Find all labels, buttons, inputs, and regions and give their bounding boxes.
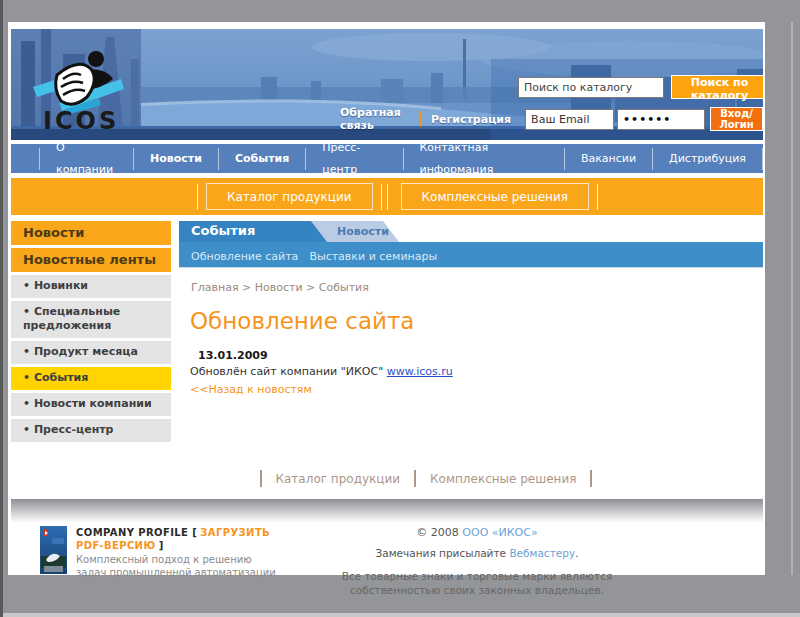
copyright-year: © 2008	[416, 526, 459, 539]
main-navigation: О компании Новости События Пресс-центр К…	[11, 144, 763, 173]
copyright-block: © 2008 ООО «ИКОС» Замечания присылайте В…	[327, 526, 627, 597]
content-area: События Новости Обновление сайта Выставк…	[179, 221, 763, 446]
window-left-edge	[0, 0, 3, 617]
sidebar-item-company-news[interactable]: Новости компании	[11, 393, 171, 416]
footer-links-row: Каталог продукции Комплексные решения	[50, 470, 800, 490]
nav-divider	[762, 148, 763, 170]
company-profile-description: Комплексный подход к решению задач промы…	[76, 553, 281, 579]
subnav-exhibitions-link[interactable]: Выставки и семинары	[309, 250, 437, 263]
window-right-edge	[791, 22, 793, 575]
icos-company-link[interactable]: ООО «ИКОС»	[462, 526, 537, 539]
footer-links-divider	[590, 470, 592, 487]
article-text: Обновлён сайт компании "ИКОС"	[190, 365, 383, 378]
icos-site-link[interactable]: www.icos.ru	[387, 365, 453, 378]
breadcrumb[interactable]: Главная > Новости > События	[191, 281, 763, 294]
subnav-site-update-link[interactable]: Обновление сайта	[191, 250, 298, 263]
catalog-bar-divider	[197, 184, 198, 210]
complex-solutions-button[interactable]: Комплексные решения	[401, 183, 589, 210]
registration-link[interactable]: Регистрация	[431, 113, 511, 126]
nav-item-events[interactable]: События	[218, 148, 305, 170]
sidebar-item-product-of-month[interactable]: Продукт месяца	[11, 341, 171, 364]
catalog-bar-double-divider	[381, 184, 393, 210]
page: ICOS Поиск по каталогу Обратная связь Ре…	[8, 22, 765, 575]
article-title: Обновление сайта	[190, 308, 763, 334]
header-banner: ICOS Поиск по каталогу Обратная связь Ре…	[11, 29, 763, 140]
window-bottom-edge	[3, 613, 800, 617]
company-profile-label: COMPANY PROFILE [	[76, 527, 197, 538]
sidebar: Новости Новостные ленты Новинки Специаль…	[11, 221, 171, 446]
sidebar-item-press-center[interactable]: Пресс-центр	[11, 419, 171, 442]
feedback-link[interactable]: Обратная связь	[340, 106, 410, 132]
catalog-search-input[interactable]	[518, 77, 664, 98]
webmaster-note: Замечания присылайте	[376, 547, 507, 559]
company-profile-block: COMPANY PROFILE [ ЗАГРУЗИТЬ PDF-ВЕРСИЮ ]…	[76, 526, 281, 579]
footer-links-divider	[414, 470, 416, 487]
nav-item-news[interactable]: Новости	[133, 148, 218, 170]
login-button[interactable]: Вход/Логин	[710, 107, 763, 131]
company-profile-thumbnail[interactable]	[40, 526, 67, 574]
footer-gradient-divider	[11, 499, 763, 524]
article-body: Обновлён сайт компании "ИКОС" www.icos.r…	[190, 365, 763, 378]
webmaster-note-period: .	[575, 547, 578, 559]
catalog-search-button[interactable]: Поиск по каталогу	[671, 75, 763, 99]
sub-navigation-bar: Обновление сайта Выставки и семинары	[179, 242, 763, 268]
article-date: 13.01.2009	[198, 349, 763, 362]
catalog-bar: Каталог продукции Комплексные решения	[11, 178, 763, 215]
nav-item-press[interactable]: Пресс-центр	[305, 148, 402, 170]
footer: COMPANY PROFILE [ ЗАГРУЗИТЬ PDF-ВЕРСИЮ ]…	[11, 524, 763, 602]
sidebar-header-news[interactable]: Новости	[11, 221, 171, 245]
footer-catalog-link[interactable]: Каталог продукции	[276, 472, 401, 486]
nav-item-contacts[interactable]: Контактная информация	[403, 148, 564, 170]
nav-item-distribution[interactable]: Дистрибуция	[652, 148, 762, 170]
nav-item-company[interactable]: О компании	[39, 148, 133, 170]
footer-solutions-link[interactable]: Комплексные решения	[430, 472, 576, 486]
nav-item-vacancies[interactable]: Вакансии	[564, 148, 652, 170]
content-tabs: События Новости	[179, 221, 763, 242]
catalog-products-button[interactable]: Каталог продукции	[206, 183, 373, 210]
back-to-news-link[interactable]: <<Назад к новостям	[190, 383, 312, 396]
sidebar-item-special-offers[interactable]: Специальные предложения	[11, 301, 171, 338]
header-links-divider	[420, 111, 421, 127]
password-field[interactable]	[617, 109, 705, 130]
sidebar-item-novelties[interactable]: Новинки	[11, 275, 171, 298]
email-field[interactable]	[525, 109, 614, 130]
catalog-bar-divider	[597, 184, 598, 210]
sidebar-item-events[interactable]: События	[11, 367, 171, 390]
webmaster-link[interactable]: Вебмастеру	[509, 547, 575, 559]
footer-links-divider	[260, 470, 262, 487]
trademark-notice: Все товарные знаки и торговые марки явля…	[327, 569, 627, 597]
company-profile-bracket: ]	[159, 540, 164, 551]
tab-events[interactable]: События	[179, 221, 327, 242]
sidebar-header-newsfeeds[interactable]: Новостные ленты	[11, 248, 171, 272]
